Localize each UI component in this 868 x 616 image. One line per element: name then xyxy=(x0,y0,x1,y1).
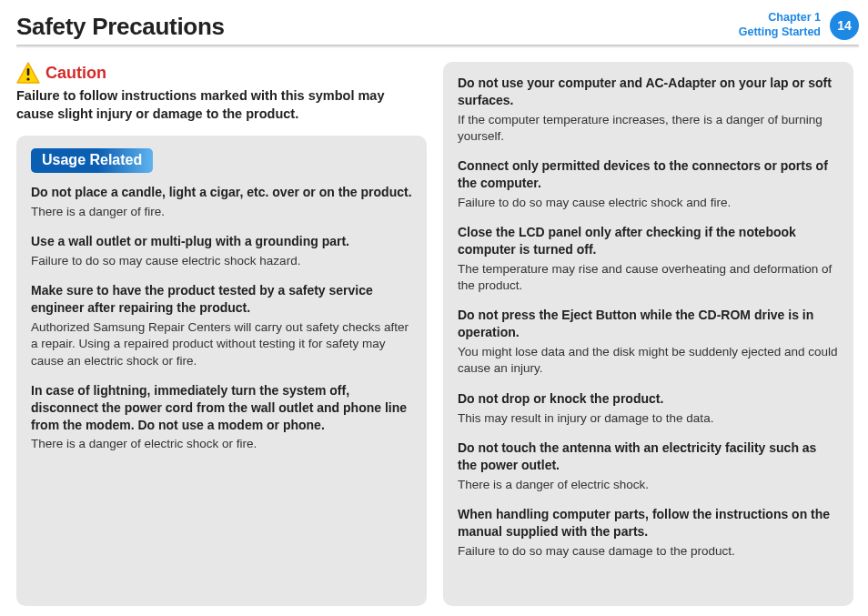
list-item: Do not press the Eject Button while the … xyxy=(458,307,839,377)
chapter-line-2: Getting Started xyxy=(739,25,821,40)
svg-point-2 xyxy=(26,77,29,80)
chapter-text: Chapter 1 Getting Started xyxy=(739,11,821,39)
item-body: Failure to do so may cause electric shoc… xyxy=(31,253,412,269)
item-heading: Do not place a candle, light a cigar, et… xyxy=(31,184,412,201)
list-item: In case of lightning, immediately turn t… xyxy=(31,382,412,453)
list-item: Do not drop or knock the product. This m… xyxy=(458,390,839,427)
item-body: There is a danger of electric shock or f… xyxy=(31,436,412,452)
chapter-block: Chapter 1 Getting Started 14 xyxy=(739,7,859,40)
page-number-badge: 14 xyxy=(830,11,859,40)
caution-icon xyxy=(16,62,40,84)
item-heading: Make sure to have the product tested by … xyxy=(31,282,412,317)
left-column: Caution Failure to follow instructions m… xyxy=(16,62,427,606)
item-body: There is a danger of fire. xyxy=(31,204,412,220)
caution-heading: Caution xyxy=(16,62,427,84)
item-heading: Close the LCD panel only after checking … xyxy=(458,224,839,258)
content-area: Caution Failure to follow instructions m… xyxy=(0,49,868,615)
caution-description: Failure to follow instructions marked wi… xyxy=(16,87,408,123)
right-column: Do not use your computer and AC-Adapter … xyxy=(443,62,853,606)
list-item: Do not touch the antenna with an electri… xyxy=(458,439,839,493)
item-heading: Do not drop or knock the product. xyxy=(458,390,839,408)
item-body: The temperature may rise and cause overh… xyxy=(458,261,839,294)
item-body: There is a danger of electric shock. xyxy=(458,477,839,493)
list-item: Use a wall outlet or multi-plug with a g… xyxy=(31,233,412,269)
item-heading: When handling computer parts, follow the… xyxy=(458,506,839,540)
item-heading: Do not use your computer and AC-Adapter … xyxy=(458,75,839,109)
page-number: 14 xyxy=(837,18,852,33)
item-heading: Do not touch the antenna with an electri… xyxy=(458,439,839,474)
list-item: Connect only permitted devices to the co… xyxy=(458,157,839,211)
item-body: If the computer temperature increases, t… xyxy=(458,112,839,145)
item-heading: Do not press the Eject Button while the … xyxy=(458,307,839,341)
left-panel: Usage Related Do not place a candle, lig… xyxy=(16,136,427,606)
list-item: Make sure to have the product tested by … xyxy=(31,282,412,369)
item-heading: In case of lightning, immediately turn t… xyxy=(31,382,412,434)
page-title: Safety Precautions xyxy=(16,7,225,41)
item-body: Failure to do so may cause electric shoc… xyxy=(458,195,839,211)
section-chip-usage: Usage Related xyxy=(31,148,153,173)
item-heading: Use a wall outlet or multi-plug with a g… xyxy=(31,233,412,250)
item-body: Failure to do so may cause damage to the… xyxy=(458,543,839,560)
item-body: This may result in injury or damage to t… xyxy=(458,410,839,427)
header-bar: Safety Precautions Chapter 1 Getting Sta… xyxy=(0,0,868,41)
list-item: Close the LCD panel only after checking … xyxy=(458,224,839,294)
item-heading: Connect only permitted devices to the co… xyxy=(458,157,839,192)
item-body: Authorized Samsung Repair Centers will c… xyxy=(31,319,412,369)
chapter-line-1: Chapter 1 xyxy=(739,11,821,25)
right-panel: Do not use your computer and AC-Adapter … xyxy=(443,62,853,606)
svg-rect-1 xyxy=(27,68,30,76)
list-item: When handling computer parts, follow the… xyxy=(458,506,839,560)
item-body: You might lose data and the disk might b… xyxy=(458,344,839,377)
caution-label: Caution xyxy=(45,64,106,83)
list-item: Do not place a candle, light a cigar, et… xyxy=(31,184,412,220)
list-item: Do not use your computer and AC-Adapter … xyxy=(458,75,839,145)
